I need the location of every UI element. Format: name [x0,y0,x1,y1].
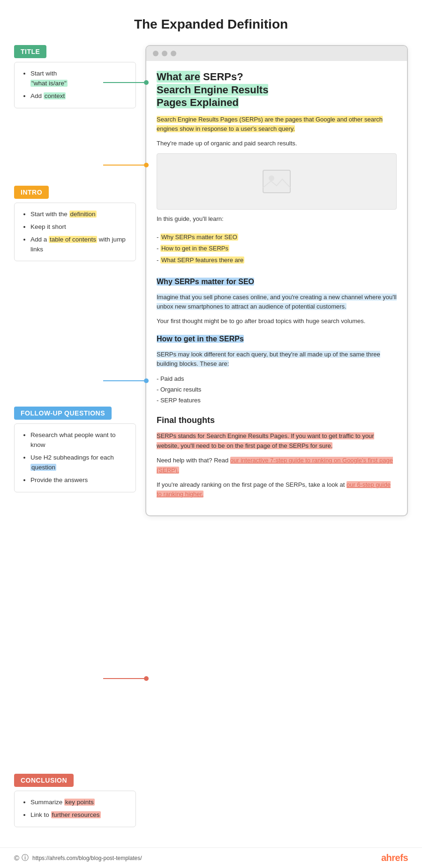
info-icon: ⓘ [22,853,29,862]
h2-section-2: How to get in the SERPs [157,333,397,345]
sidebar-block-intro: INTRO Start with the definition Keep it … [14,186,136,262]
h2-2-highlight: How to get in the SERPs [157,335,244,343]
browser-window: What are SERPs? Search Engine Results Pa… [145,45,408,516]
article-title: What are SERPs? Search Engine Results Pa… [157,70,397,109]
list-item: Provide the answers [30,476,128,485]
conclusion-label: CONCLUSION [14,774,74,787]
svg-point-1 [269,175,274,181]
final-thoughts-title: Final thoughts [157,414,397,427]
h2-2-para: SERPs may look different for each query,… [157,350,397,370]
ahrefs-logo: ahrefs [381,853,408,863]
title-highlight-line3: Pages Explained [157,97,239,108]
list-item-paid: - Paid ads [157,374,397,385]
image-placeholder [157,153,397,210]
list-item-organic: - Organic results [157,385,397,395]
title-label: TITLE [14,45,46,58]
browser-wrap: What are SERPs? Search Engine Results Pa… [145,45,408,516]
svg-rect-0 [263,170,290,193]
list-item: Research what people want to know [30,430,128,450]
intro-highlighted-para: Search Engine Results Pages (SERPs) are … [157,115,397,135]
page-title: The Expanded Definition [0,0,422,45]
cc-icon: © [14,854,19,862]
list-item: Add context [30,91,128,101]
title-highlight-what-are: What are [157,71,200,83]
h2-1-para-2: Your first thought might be to go after … [157,317,397,326]
conclusion-para-1: SERPs stands for Search Engine Results P… [157,431,397,451]
list-item-serp: - SERP features [157,395,397,406]
list-item: Summarize key points [30,798,128,808]
list-item: Start with the definition [30,210,128,219]
guide-intro: In this guide, you'll learn: [157,214,397,224]
toc-highlight-3: What SERP features there are [160,257,244,264]
h2-2-list: - Paid ads - Organic results - SERP feat… [157,374,397,406]
conclusion-para-2-pre: Need help with that? Read [157,457,230,464]
browser-toolbar [146,46,407,61]
toc-highlight-1: Why SERPs matter for SEO [160,234,238,241]
intro-highlight-text: Search Engine Results Pages (SERPs) are … [157,116,383,133]
browser-dot-2 [162,51,167,56]
highlight-definition: definition [69,211,97,218]
toc-item-1: - Why SERPs matter for SEO [157,232,397,243]
list-item: Use H2 subheadings for each question [30,453,128,473]
followup-label: FOLLOW-UP QUESTIONS [14,407,112,420]
browser-dot-3 [171,51,176,56]
h2-1-para-1-highlight: Imagine that you sell phone cases online… [157,294,397,310]
highlight-further: further resources [51,811,101,818]
list-item: Start with"what is/are" [30,69,128,89]
list-item: Add a table of contents with jump links [30,235,128,255]
conclusion-card: Summarize key points Link to further res… [14,791,136,827]
footer: © ⓘ https://ahrefs.com/blog/blog-post-te… [0,847,422,868]
footer-left: © ⓘ https://ahrefs.com/blog/blog-post-te… [14,853,142,862]
footer-icons: © ⓘ [14,853,29,862]
footer-url[interactable]: https://ahrefs.com/blog/blog-post-templa… [32,855,142,861]
highlight-context: context [44,92,66,99]
sidebar: TITLE Start with"what is/are" Add contex… [14,45,136,832]
conclusion-highlight-1: SERPs stands for Search Engine Results P… [157,432,374,449]
highlight-key-points: key points [64,799,95,806]
h2-1-para-1: Imagine that you sell phone cases online… [157,293,397,312]
list-item: Keep it short [30,222,128,232]
sidebar-block-conclusion: CONCLUSION Summarize key points Link to … [14,774,136,827]
intro-card: Start with the definition Keep it short … [14,203,136,262]
title-card: Start with"what is/are" Add context [14,62,136,108]
intro-para: They're made up of organic and paid sear… [157,139,397,149]
followup-card: Research what people want to know Use H2… [14,423,136,492]
conclusion-para-3: If you're already ranking on the first p… [157,480,397,500]
conclusion-para-2: Need help with that? Read our interactiv… [157,456,397,476]
conclusion-para-3-pre: If you're already ranking on the first p… [157,481,347,488]
title-serps: SERPs? [200,71,243,83]
highlight-what-is: "what is/are" [30,80,68,87]
highlight-question: question [30,464,56,471]
sidebar-block-followup: FOLLOW-UP QUESTIONS Research what people… [14,407,136,492]
h2-2-para-highlight: SERPs may look different for each query,… [157,351,380,368]
h2-section-1: Why SERPs matter for SEO [157,276,397,288]
toc-highlight-2: How to get in the SERPs [160,245,229,252]
toc-item-2: - How to get in the SERPs [157,243,397,255]
browser-dot-1 [153,51,158,56]
h2-1-highlight: Why SERPs matter for SEO [157,278,254,286]
list-item: Link to further resources [30,810,128,820]
toc-item-3: - What SERP features there are [157,255,397,266]
toc-list: - Why SERPs matter for SEO - How to get … [157,229,397,269]
highlight-toc: table of contents [49,236,97,243]
intro-label: INTRO [14,186,49,199]
sidebar-block-title: TITLE Start with"what is/are" Add contex… [14,45,136,108]
title-highlight-line2: Search Engine Results [157,84,268,96]
browser-content: What are SERPs? Search Engine Results Pa… [146,61,407,515]
